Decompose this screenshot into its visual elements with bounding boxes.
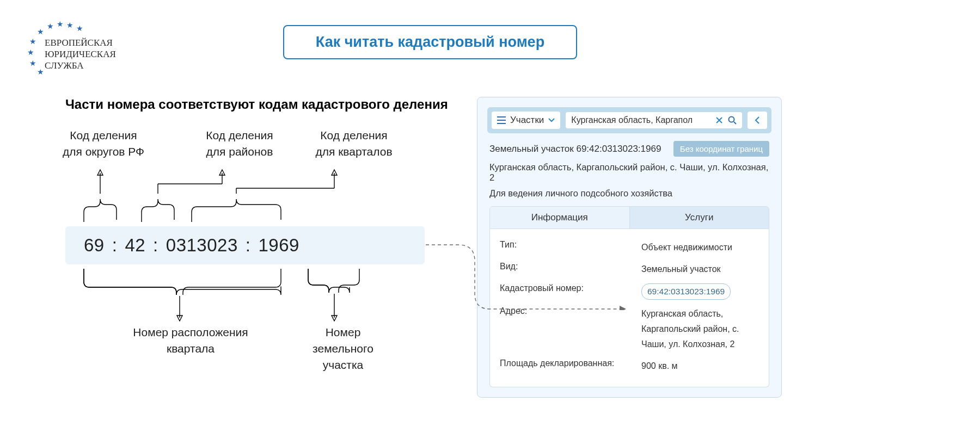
logo-text: ЕВРОПЕЙСКАЯ ЮРИДИЧЕСКАЯ СЛУЖБА: [45, 37, 116, 71]
category-label: Участки: [510, 115, 544, 126]
info-kind-label: Вид:: [500, 262, 641, 277]
object-address: Курганская область, Каргапольский район,…: [489, 162, 769, 183]
label-parcel-l1: Номер: [299, 324, 387, 341]
label-parcel-l2: земельного: [299, 341, 387, 357]
logo-line1: ЕВРОПЕЙСКАЯ: [45, 37, 116, 48]
object-title: Земельный участок 69:42:0313023:1969: [489, 144, 661, 154]
label-districts-l2: для округов РФ: [49, 144, 158, 160]
number-strip: 69 : 42 : 0313023 : 1969: [65, 226, 425, 264]
info-type-label: Тип:: [500, 240, 641, 255]
page-title: Как читать кадастровый номер: [283, 25, 577, 59]
tabs: Информация Услуги: [489, 206, 769, 229]
label-quarters-l2: для кварталов: [305, 144, 403, 160]
label-parcel-l3: участка: [299, 357, 387, 373]
search-icon[interactable]: [728, 116, 737, 125]
object-purpose: Для ведения личного подсобного хозяйства: [489, 188, 769, 199]
logo-line3: СЛУЖБА: [45, 60, 116, 71]
colon-1: :: [112, 235, 118, 256]
info-area-label: Площадь декларированная:: [500, 359, 641, 374]
label-regions-l2: для районов: [191, 144, 289, 160]
colon-2: :: [153, 235, 158, 256]
info-type-value: Объект недвижимости: [641, 240, 759, 255]
result-card: Участки Курганская область, Каргапол Зем…: [477, 97, 782, 398]
label-quarters: Код деления для кварталов: [305, 127, 403, 160]
label-districts: Код деления для округов РФ: [49, 127, 158, 160]
tab-info[interactable]: Информация: [490, 207, 630, 228]
close-icon[interactable]: [716, 117, 722, 123]
seg-3: 0313023: [166, 235, 238, 256]
diagram-area: Части номера соответствуют кодам кадастр…: [65, 97, 479, 112]
diagram-heading: Части номера соответствуют кодам кадастр…: [65, 97, 479, 112]
info-panel: Тип: Объект недвижимости Вид: Земельный …: [489, 229, 769, 387]
info-kind-value: Земельный участок: [641, 262, 759, 277]
label-regions-l1: Код деления: [191, 127, 289, 144]
label-qp-l1: Номер расположения: [120, 324, 261, 341]
info-addr-value: Курганская область, Каргапольский район,…: [641, 306, 759, 352]
label-districts-l1: Код деления: [49, 127, 158, 144]
label-quarters-l1: Код деления: [305, 127, 403, 144]
logo-line2: ЮРИДИЧЕСКАЯ: [45, 48, 116, 60]
search-query-text: Курганская область, Каргапол: [571, 115, 693, 125]
search-input[interactable]: Курганская область, Каргапол: [566, 112, 742, 128]
prev-button[interactable]: [748, 112, 767, 129]
seg-2: 42: [125, 235, 145, 256]
seg-1: 69: [84, 235, 105, 256]
info-cad-value[interactable]: 69:42:0313023:1969: [641, 283, 731, 300]
tab-services[interactable]: Услуги: [630, 207, 769, 228]
seg-4: 1969: [258, 235, 299, 256]
menu-icon: [497, 116, 506, 124]
category-selector[interactable]: Участки: [492, 112, 560, 129]
info-addr-label: Адрес:: [500, 306, 641, 352]
label-parcel: Номер земельного участка: [299, 324, 387, 373]
label-regions: Код деления для районов: [191, 127, 289, 160]
colon-3: :: [246, 235, 251, 256]
svg-point-7: [729, 117, 734, 122]
search-bar: Участки Курганская область, Каргапол: [487, 107, 771, 133]
chevron-down-icon: [548, 118, 555, 122]
status-badge: Без координат границ: [673, 141, 769, 157]
info-cad-label: Кадастровый номер:: [500, 283, 641, 300]
label-quarter-position: Номер расположения квартала: [120, 324, 261, 357]
info-area-value: 900 кв. м: [641, 359, 759, 374]
label-qp-l2: квартала: [120, 341, 261, 357]
